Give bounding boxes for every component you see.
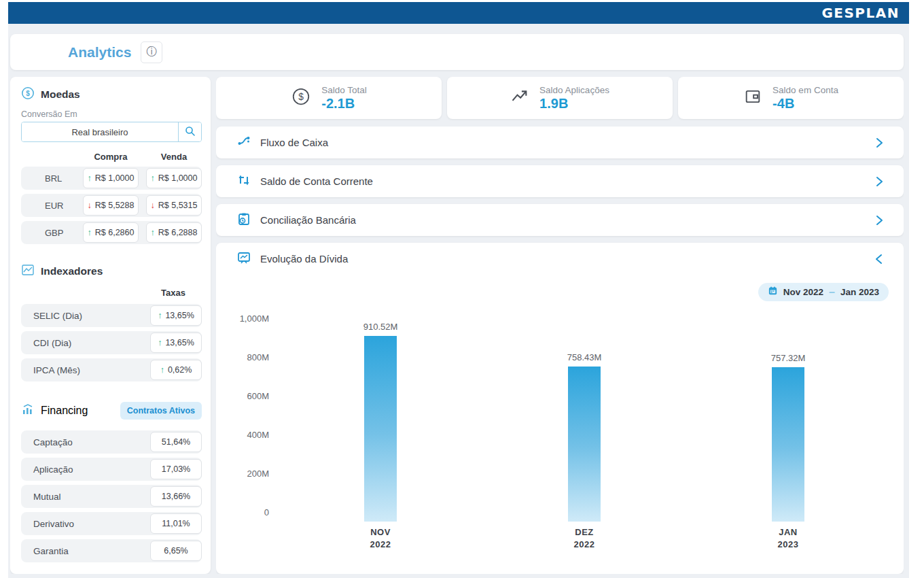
date-range-start: Nov 2022: [783, 287, 823, 297]
y-tick: 800M: [247, 352, 269, 362]
card-value: 1.9B: [539, 96, 609, 112]
clipboard-clock-icon: [236, 211, 251, 229]
card-label: Saldo Aplicações: [539, 85, 609, 95]
financing-value-box: 13,66%: [150, 486, 202, 507]
chevron-left-icon[interactable]: [874, 253, 885, 265]
currency-code: BRL: [45, 173, 83, 184]
index-row-selic: SELIC (Dia) ↑13,65%: [21, 304, 202, 327]
currency-code: EUR: [45, 201, 83, 211]
section-saldo-conta-corrente[interactable]: Saldo de Conta Corrente: [216, 165, 904, 197]
arrow-up-icon: ↑: [88, 228, 92, 237]
arrow-up-icon: ↑: [151, 173, 155, 183]
date-range-separator: –: [829, 286, 835, 299]
chevron-right-icon[interactable]: [874, 214, 885, 226]
svg-text:$: $: [298, 92, 304, 102]
line-chart-icon: [21, 263, 35, 279]
saldo-aplicacoes-card: Saldo Aplicações 1.9B: [447, 77, 673, 119]
arrow-up-icon: ↑: [158, 311, 162, 320]
section-fluxo-de-caixa[interactable]: Fluxo de Caixa: [216, 126, 904, 158]
financing-title: Financing: [41, 405, 88, 417]
compra-value: R$ 5,5288: [95, 201, 135, 210]
arrow-up-icon: ↑: [88, 173, 92, 183]
currency-column-headers: Compra Venda: [21, 152, 202, 162]
compra-value-box: ↑R$ 6,2860: [83, 222, 139, 243]
bar-jan-2023: 757.32M: [772, 367, 804, 522]
bar-value-label: 758.43M: [567, 352, 602, 362]
financing-value: 13,66%: [162, 492, 190, 501]
debt-bar-chart: 1,000M 800M 600M 400M 200M 0 910.52M: [216, 301, 904, 574]
wallet-icon: [743, 87, 762, 109]
taxas-column-header: Taxas: [21, 288, 202, 298]
info-button[interactable]: ⓘ: [141, 41, 162, 63]
compra-value-box: ↓R$ 5,5288: [83, 195, 139, 216]
y-tick: 600M: [247, 391, 269, 401]
card-value: -4B: [772, 96, 838, 112]
taxa-value-box: ↑13,65%: [150, 305, 202, 326]
saldo-total-card: $ Saldo Total -2.1B: [216, 77, 442, 119]
trend-up-icon: [510, 87, 529, 109]
x-axis-label: DEZ2022: [482, 526, 686, 551]
page-title: Analytics: [68, 44, 131, 61]
financing-value: 51,64%: [162, 437, 190, 447]
section-conciliacao-bancaria[interactable]: Conciliação Bancária: [216, 204, 904, 236]
index-label: IPCA (Mês): [33, 365, 80, 375]
dollar-circle-icon: $: [291, 86, 311, 109]
debt-section-header[interactable]: Evolução da Dívida: [216, 243, 904, 275]
arrow-up-icon: ↑: [158, 338, 162, 347]
y-tick: 400M: [247, 430, 269, 440]
financing-value-box: 6,65%: [150, 541, 202, 561]
bar-dez-2022: 758.43M: [568, 367, 601, 522]
contratos-ativos-badge[interactable]: Contratos Ativos: [120, 402, 202, 420]
sidebar-panel: $ Moedas Conversão Em Compra Venda: [10, 77, 211, 574]
swap-arrows-icon: [236, 173, 251, 190]
page-content: Analytics ⓘ $ Moedas Conversão Em: [8, 24, 909, 578]
compra-value: R$ 1,0000: [95, 173, 135, 183]
conversion-input[interactable]: [22, 122, 178, 141]
financing-value-box: 11,01%: [150, 513, 202, 534]
y-tick: 1,000M: [240, 313, 269, 324]
bar-chart-up-icon: [21, 403, 35, 419]
calendar-icon: [768, 286, 778, 299]
financing-value-box: 17,03%: [150, 459, 202, 479]
financing-label: Aplicação: [33, 464, 73, 475]
bar-value-label: 757.32M: [771, 353, 806, 363]
indexadores-section-header: Indexadores: [21, 263, 202, 279]
currency-row-eur: EUR ↓R$ 5,5288 ↓R$ 5,5315: [21, 194, 202, 217]
gesplan-logo: GESPLAN: [821, 5, 900, 21]
financing-label: Mutual: [33, 492, 61, 502]
arrow-up-icon: ↑: [151, 228, 155, 237]
page-header-panel: Analytics ⓘ: [10, 34, 904, 70]
financing-row-aplicacao: Aplicação 17,03%: [21, 458, 202, 481]
section-evolucao-da-divida: Evolução da Dívida Nov 2022 – Jan: [216, 243, 904, 574]
date-range-picker[interactable]: Nov 2022 – Jan 2023: [758, 283, 889, 301]
bar-group-dez-2022: 758.43M DEZ2022: [482, 318, 686, 522]
card-value: -2.1B: [321, 96, 367, 112]
index-label: CDI (Dia): [33, 338, 71, 348]
compra-column-header: Compra: [83, 152, 139, 162]
venda-value: R$ 1,0000: [158, 173, 198, 183]
compra-value-box: ↑R$ 1,0000: [83, 168, 139, 188]
section-label: Evolução da Dívida: [260, 253, 874, 265]
chevron-right-icon[interactable]: [874, 175, 885, 188]
venda-value-box: ↓R$ 5,5315: [146, 195, 202, 216]
cash-flow-icon: [236, 134, 251, 152]
chevron-right-icon[interactable]: [874, 137, 885, 149]
compra-value: R$ 6,2860: [95, 228, 135, 237]
moedas-section-header: $ Moedas: [21, 86, 202, 103]
financing-label: Garantia: [33, 546, 69, 556]
chart-plot-area: 910.52M NOV2022 758.43M: [279, 318, 890, 522]
x-axis-label: JAN2023: [686, 526, 890, 551]
card-label: Saldo em Conta: [772, 85, 838, 95]
index-row-cdi: CDI (Dia) ↑13,65%: [21, 331, 202, 354]
financing-label: Derivativo: [33, 519, 74, 529]
bar-group-nov-2022: 910.52M NOV2022: [279, 318, 482, 522]
arrow-down-icon: ↓: [88, 201, 92, 210]
y-tick: 200M: [247, 469, 269, 479]
search-button[interactable]: [178, 122, 201, 141]
date-range-end: Jan 2023: [840, 287, 879, 297]
main-column: $ Saldo Total -2.1B Saldo Aplicações: [216, 77, 904, 574]
bar-group-jan-2023: 757.32M JAN2023: [686, 318, 890, 522]
svg-text:$: $: [26, 90, 30, 97]
arrow-down-icon: ↓: [151, 201, 155, 210]
venda-value: R$ 6,2888: [158, 228, 198, 237]
